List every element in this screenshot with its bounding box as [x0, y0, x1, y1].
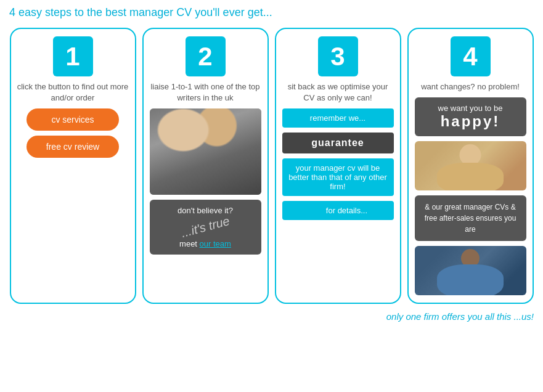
- its-true-text: ...it's true: [179, 214, 231, 240]
- dont-believe-text: don't believe it?: [156, 206, 255, 215]
- step-2-number: 2: [186, 36, 226, 76]
- photo-people: [150, 108, 261, 195]
- step-3-number: 3: [318, 36, 358, 76]
- step-3-desc: sit back as we optimise your CV as only …: [282, 81, 394, 104]
- column-1: 1 click the button to find out more and/…: [10, 28, 136, 304]
- meet-team-text: meet our team: [156, 239, 255, 248]
- remember-block: remember we...: [282, 108, 394, 128]
- promise-block: your manager cv will be better than that…: [282, 158, 394, 196]
- step-1-desc: click the button to find out more and/or…: [17, 81, 129, 104]
- step-1-number: 1: [53, 36, 93, 76]
- page-title: 4 easy steps to the best manager CV you'…: [9, 6, 534, 19]
- column-2: 2 liaise 1-to-1 with one of the top writ…: [142, 28, 269, 304]
- step-4-number: 4: [451, 36, 491, 76]
- footer-text: only one firm offers you all this ...us!: [9, 311, 534, 322]
- man-photo: [415, 246, 526, 295]
- step-2-desc: liaise 1-to-1 with one of the top writer…: [150, 81, 261, 104]
- click-details-block[interactable]: click for details...: [282, 201, 394, 220]
- column-3: 3 sit back as we optimise your CV as onl…: [275, 28, 401, 304]
- click-link[interactable]: click: [308, 206, 324, 215]
- guarantee-block: guarantee: [282, 133, 394, 153]
- free-cv-review-button[interactable]: free cv review: [27, 136, 119, 158]
- column-4: 4 want changes? no problem! we want you …: [407, 28, 534, 304]
- columns-container: 1 click the button to find out more and/…: [9, 28, 534, 304]
- click-rest-text: for details...: [324, 206, 367, 215]
- step-4-desc: want changes? no problem!: [421, 81, 520, 92]
- cv-services-button[interactable]: cv services: [27, 108, 119, 131]
- woman-photo: [415, 141, 526, 190]
- col2-dark-block: don't believe it? ...it's true meet our …: [150, 200, 261, 255]
- happy-word: happy!: [421, 113, 520, 130]
- meet-label: meet: [179, 239, 200, 248]
- people-overlay: [150, 108, 261, 195]
- our-team-link[interactable]: our team: [200, 239, 231, 248]
- gray-info-block: & our great manager CVs & free after-sal…: [415, 195, 526, 241]
- happy-pre-text: we want you to be: [421, 104, 520, 113]
- happy-block: we want you to be happy!: [415, 97, 526, 136]
